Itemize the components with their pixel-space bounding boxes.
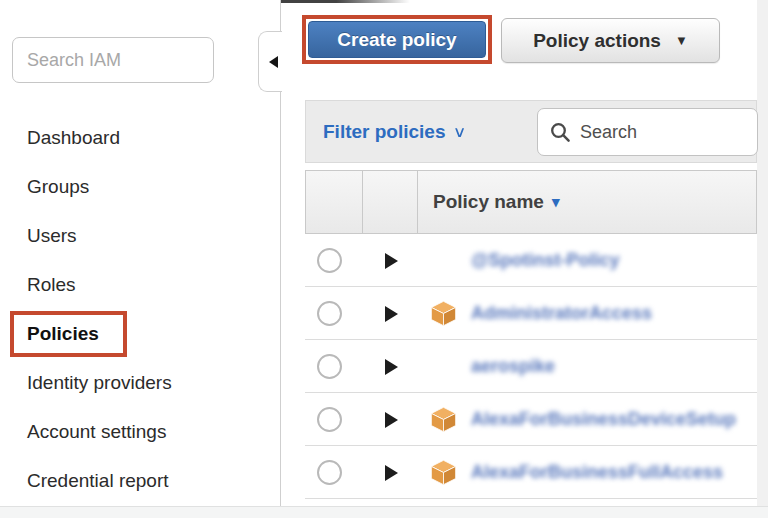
- table-header-expand-column: [363, 171, 418, 233]
- policy-name-column-label: Policy name: [433, 191, 544, 213]
- collapse-sidebar-icon: [269, 56, 278, 68]
- chevron-down-icon: ∨: [453, 123, 467, 141]
- table-row: @Spotinst-Policy: [305, 234, 757, 287]
- create-policy-button[interactable]: Create policy: [308, 21, 486, 58]
- sidebar-item-dashboard[interactable]: Dashboard: [0, 113, 280, 162]
- row-radio-button[interactable]: [317, 248, 342, 273]
- expand-row-icon[interactable]: [385, 306, 398, 322]
- table-row: AdministratorAccess: [305, 287, 757, 340]
- annotation-box-policies: [10, 311, 127, 357]
- filter-policies-label: Filter policies: [323, 121, 445, 143]
- policy-actions-button[interactable]: Policy actions ▼: [501, 18, 720, 63]
- row-radio-button[interactable]: [317, 407, 342, 432]
- aws-managed-policy-icon: [430, 459, 457, 486]
- sidebar-item-credential-report[interactable]: Credential report: [0, 456, 280, 505]
- expand-row-icon[interactable]: [385, 253, 398, 269]
- expand-row-icon[interactable]: [385, 359, 398, 375]
- search-icon: [550, 122, 571, 143]
- policy-search-input[interactable]: [580, 122, 757, 143]
- policy-search-box[interactable]: [537, 108, 758, 156]
- dropdown-caret-icon: ▼: [675, 33, 688, 48]
- expand-row-icon[interactable]: [385, 412, 398, 428]
- aws-managed-policy-icon: [430, 406, 457, 433]
- row-radio-button[interactable]: [317, 354, 342, 379]
- policy-name-link[interactable]: aerospike: [471, 340, 555, 393]
- sidebar-item-groups[interactable]: Groups: [0, 162, 280, 211]
- column-header-policy-name[interactable]: Policy name ▾: [418, 171, 756, 233]
- page-bottom-band: [0, 506, 768, 518]
- policy-name-link[interactable]: AlexaForBusinessDeviceSetup: [471, 393, 736, 446]
- sidebar-collapse-button[interactable]: [258, 31, 282, 92]
- policy-name-link[interactable]: @Spotinst-Policy: [471, 234, 620, 287]
- table-row: AlexaForBusinessDeviceSetup: [305, 393, 757, 446]
- policy-actions-label: Policy actions: [533, 30, 661, 52]
- sidebar-item-identity-providers[interactable]: Identity providers: [0, 358, 280, 407]
- sidebar-item-users[interactable]: Users: [0, 211, 280, 260]
- table-row: AlexaForBusinessFullAccess: [305, 446, 757, 499]
- sort-caret-icon: ▾: [552, 193, 560, 211]
- filter-policies-dropdown[interactable]: Filter policies ∨: [323, 101, 465, 162]
- iam-console-page: Dashboard Groups Users Roles Policies Id…: [0, 0, 768, 518]
- main-content: Create policy Policy actions ▼ Filter po…: [281, 0, 768, 506]
- row-radio-button[interactable]: [317, 301, 342, 326]
- policy-table-body: @Spotinst-Policy AdministratorAccess aer…: [305, 234, 757, 499]
- policy-name-link[interactable]: AlexaForBusinessFullAccess: [471, 446, 723, 499]
- table-header-select-column: [306, 171, 363, 233]
- sidebar-nav: Dashboard Groups Users Roles Policies Id…: [0, 113, 280, 505]
- search-iam-input[interactable]: [12, 37, 214, 83]
- table-header: Policy name ▾: [305, 170, 757, 234]
- sidebar-item-account-settings[interactable]: Account settings: [0, 407, 280, 456]
- expand-row-icon[interactable]: [385, 465, 398, 481]
- sidebar-item-roles[interactable]: Roles: [0, 260, 280, 309]
- sidebar: Dashboard Groups Users Roles Policies Id…: [0, 0, 280, 506]
- table-row: aerospike: [305, 340, 757, 393]
- filter-bar: Filter policies ∨: [305, 100, 757, 163]
- row-radio-button[interactable]: [317, 460, 342, 485]
- aws-managed-policy-icon: [430, 300, 457, 327]
- policy-name-link[interactable]: AdministratorAccess: [471, 287, 652, 340]
- annotation-box-create-policy: Create policy: [302, 15, 492, 64]
